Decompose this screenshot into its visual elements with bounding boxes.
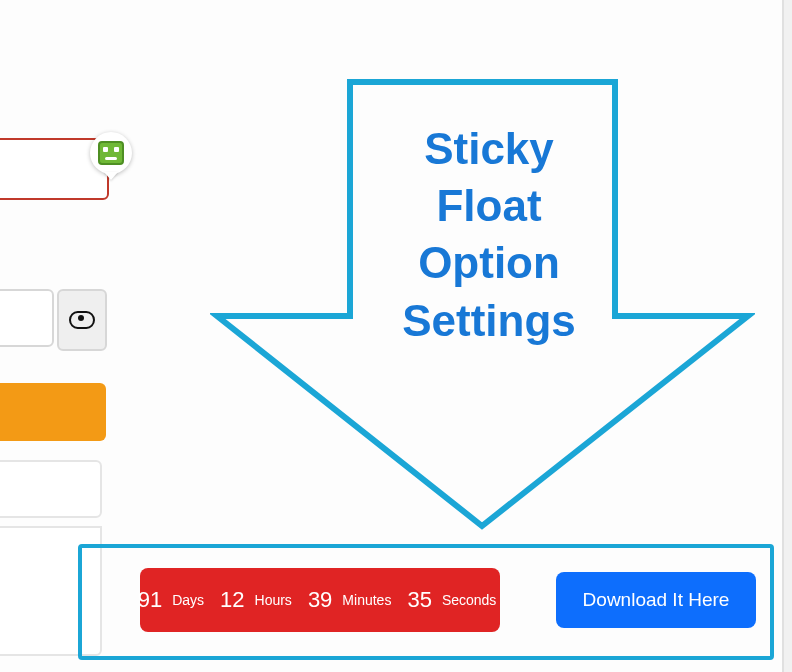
annotation-line: Sticky	[359, 120, 619, 177]
annotation-line: Option	[359, 234, 619, 291]
countdown-seconds-value: 35	[407, 587, 431, 613]
countdown-minutes-label: Minutes	[342, 592, 391, 608]
countdown-seconds-label: Seconds	[442, 592, 496, 608]
annotation-heading: Sticky Float Option Settings	[359, 120, 619, 349]
countdown-minutes-value: 39	[308, 587, 332, 613]
annotation-line: Float	[359, 177, 619, 234]
countdown-hours-label: Hours	[255, 592, 292, 608]
eye-icon	[69, 311, 95, 329]
countdown-timer: 91 Days 12 Hours 39 Minutes 35 Seconds	[140, 568, 500, 632]
primary-submit-button-partial[interactable]	[0, 383, 106, 441]
roboform-icon[interactable]	[90, 132, 132, 174]
download-button[interactable]: Download It Here	[556, 572, 756, 628]
list-row-partial-1	[0, 460, 102, 518]
password-input-partial[interactable]	[0, 289, 54, 347]
countdown-hours-value: 12	[220, 587, 244, 613]
download-button-label: Download It Here	[583, 589, 730, 611]
countdown-days-value: 91	[138, 587, 162, 613]
annotation-line: Settings	[359, 292, 619, 349]
countdown-days-label: Days	[172, 592, 204, 608]
scrollbar-track[interactable]	[782, 0, 792, 672]
toggle-password-visibility-button[interactable]	[57, 289, 107, 351]
